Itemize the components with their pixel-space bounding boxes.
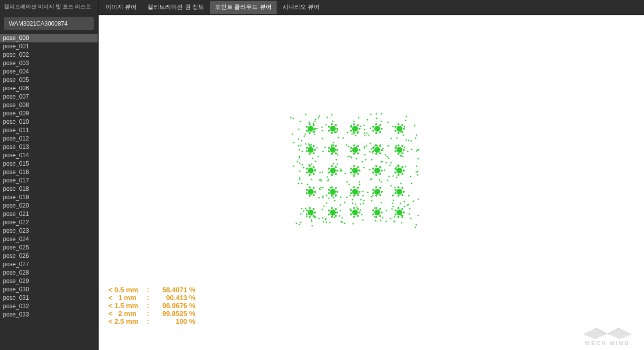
pointcloud-dot xyxy=(336,130,338,132)
pointcloud-dot xyxy=(388,145,389,147)
device-id-chip[interactable]: WAM3021CA3000874 xyxy=(4,17,94,30)
pose-item[interactable]: pose_031 xyxy=(0,294,98,302)
pose-item[interactable]: pose_001 xyxy=(0,42,98,51)
pointcloud-dot xyxy=(335,152,337,154)
pointcloud-dot xyxy=(367,192,368,193)
pose-item[interactable]: pose_002 xyxy=(0,51,98,59)
pointcloud-dot xyxy=(397,153,399,155)
pose-item[interactable]: pose_033 xyxy=(0,311,98,319)
pose-item[interactable]: pose_000 xyxy=(0,34,98,42)
pose-item[interactable]: pose_017 xyxy=(0,176,98,185)
pose-item[interactable]: pose_018 xyxy=(0,185,98,193)
pointcloud-dot xyxy=(339,215,341,216)
pointcloud-dot xyxy=(300,221,302,223)
pointcloud-dot xyxy=(358,128,360,130)
pointcloud-dot xyxy=(364,154,365,155)
tab[interactable]: 이미지 뷰어 xyxy=(101,1,142,14)
pointcloud-dot xyxy=(385,220,387,222)
pose-item[interactable]: pose_012 xyxy=(0,135,98,143)
pointcloud-dot xyxy=(381,161,382,162)
pointcloud-dot xyxy=(309,186,311,188)
pose-item[interactable]: pose_005 xyxy=(0,76,98,84)
pointcloud-dot xyxy=(357,173,359,175)
pointcloud-dot xyxy=(417,171,418,173)
pose-item[interactable]: pose_027 xyxy=(0,260,98,269)
pointcloud-dot xyxy=(328,150,330,152)
pointcloud-dot xyxy=(306,126,308,128)
pointcloud-dot xyxy=(357,124,359,126)
pose-item[interactable]: pose_008 xyxy=(0,101,98,109)
pointcloud-dot xyxy=(370,143,371,144)
pointcloud-dot xyxy=(303,167,305,168)
pointcloud-dot xyxy=(302,164,303,166)
pose-item[interactable]: pose_019 xyxy=(0,193,98,202)
pointcloud-dot xyxy=(374,146,375,148)
tab[interactable]: 시나리오 뷰어 xyxy=(278,1,324,14)
pose-item[interactable]: pose_021 xyxy=(0,210,98,218)
pointcloud-dot xyxy=(386,210,388,211)
pointcloud-dot xyxy=(339,205,341,206)
pointcloud-dot xyxy=(375,216,377,218)
pointcloud-dot xyxy=(392,202,394,204)
pose-item[interactable]: pose_023 xyxy=(0,227,98,235)
pointcloud-dot xyxy=(401,222,402,223)
pointcloud-dot xyxy=(401,155,402,157)
pose-item[interactable]: pose_014 xyxy=(0,151,98,160)
pointcloud-dot xyxy=(400,131,401,133)
pointcloud-dot xyxy=(358,149,360,151)
pointcloud-dot xyxy=(343,138,344,139)
pose-item[interactable]: pose_015 xyxy=(0,160,98,168)
pointcloud-dot xyxy=(322,127,323,128)
pose-item[interactable]: pose_029 xyxy=(0,277,98,285)
pointcloud-dot xyxy=(418,199,419,200)
pose-item[interactable]: pose_004 xyxy=(0,68,98,76)
pointcloud-dot xyxy=(325,222,327,223)
pose-item[interactable]: pose_028 xyxy=(0,269,98,277)
pointcloud-dot xyxy=(409,213,410,214)
pointcloud-dot xyxy=(363,200,365,201)
pointcloud-dot xyxy=(347,132,349,134)
stats-row: < 2 mm : 99.8525 % xyxy=(108,310,195,317)
pose-item[interactable]: pose_022 xyxy=(0,218,98,227)
pointcloud-dot xyxy=(415,137,417,139)
pose-item[interactable]: pose_024 xyxy=(0,235,98,244)
pointcloud-dot xyxy=(401,145,403,147)
pose-item[interactable]: pose_003 xyxy=(0,59,98,68)
pointcloud-dot xyxy=(299,156,300,158)
pose-item[interactable]: pose_006 xyxy=(0,84,98,93)
pose-item[interactable]: pose_016 xyxy=(0,168,98,176)
tab[interactable]: 캘리브레이션 원 정보 xyxy=(143,1,209,14)
stats-value: 100 % xyxy=(153,317,195,325)
pointcloud-dot xyxy=(311,146,312,147)
pointcloud-dot xyxy=(385,162,387,164)
pointcloud-dot xyxy=(335,187,337,189)
tab[interactable]: 포인트 클라우드 뷰어 xyxy=(210,1,277,14)
tabbar: 이미지 뷰어캘리브레이션 원 정보포인트 클라우드 뷰어시나리오 뷰어 xyxy=(99,0,644,15)
pointcloud-dot xyxy=(381,181,382,182)
pose-item[interactable]: pose_026 xyxy=(0,252,98,260)
pointcloud-dot xyxy=(348,184,350,185)
pose-item[interactable]: pose_011 xyxy=(0,126,98,135)
pointcloud-dot xyxy=(309,165,311,167)
pointcloud-dot xyxy=(306,150,308,152)
pointcloud-dot xyxy=(415,226,416,228)
pose-item[interactable]: pose_009 xyxy=(0,109,98,118)
pointcloud-viewer[interactable]: < 0.5 mm : 58.4071 %< 1 mm : 90.413 %< 1… xyxy=(99,15,644,350)
pointcloud-dot xyxy=(344,222,345,224)
pose-item[interactable]: pose_025 xyxy=(0,244,98,252)
pose-item[interactable]: pose_032 xyxy=(0,302,98,311)
pointcloud-dot xyxy=(353,123,355,125)
pose-item[interactable]: pose_007 xyxy=(0,93,98,101)
pointcloud-dot xyxy=(375,144,377,145)
pose-item[interactable]: pose_010 xyxy=(0,118,98,126)
pointcloud-dot xyxy=(323,221,324,223)
pointcloud-dot xyxy=(334,200,335,201)
pose-item[interactable]: pose_013 xyxy=(0,143,98,151)
pointcloud-dot xyxy=(301,183,303,184)
pointcloud-dot xyxy=(372,195,374,197)
pointcloud-dot xyxy=(293,142,294,143)
pose-item[interactable]: pose_020 xyxy=(0,202,98,210)
pose-list[interactable]: pose_000pose_001pose_002pose_003pose_004… xyxy=(0,34,98,350)
pose-item[interactable]: pose_030 xyxy=(0,285,98,294)
pointcloud-dot xyxy=(332,142,334,143)
